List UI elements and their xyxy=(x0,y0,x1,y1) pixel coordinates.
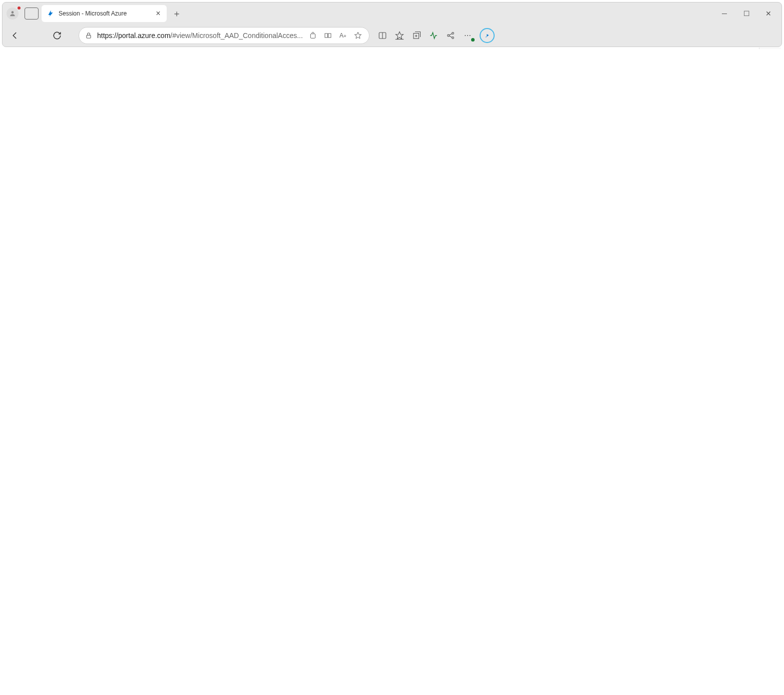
window-minimize[interactable]: ─ xyxy=(719,9,729,19)
browser-address-bar: https://portal.azure.com/#view/Microsoft… xyxy=(3,25,781,47)
favorites-icon[interactable] xyxy=(395,31,405,41)
browser-titlebar: Session - Microsoft Azure × ＋ ─ ☐ ✕ xyxy=(3,3,781,25)
svg-rect-1 xyxy=(87,35,91,38)
svg-rect-2 xyxy=(310,34,315,39)
svg-rect-4 xyxy=(328,34,331,38)
new-tab-button[interactable]: ＋ xyxy=(170,7,184,21)
lock-icon xyxy=(85,32,92,39)
svg-rect-3 xyxy=(325,34,327,38)
browser-window: Session - Microsoft Azure × ＋ ─ ☐ ✕ http… xyxy=(2,2,782,47)
browser-profile-button[interactable] xyxy=(7,8,19,20)
edge-sidebar xyxy=(759,48,781,49)
collections-icon[interactable] xyxy=(412,31,422,41)
address-input[interactable]: https://portal.azure.com/#view/Microsoft… xyxy=(79,27,369,44)
workspaces-button[interactable] xyxy=(25,8,39,20)
svg-point-13 xyxy=(452,37,454,39)
split-screen-icon[interactable] xyxy=(377,31,387,41)
share-icon[interactable] xyxy=(446,31,456,41)
url-text: https://portal.azure.com/#view/Microsoft… xyxy=(97,32,303,40)
svg-line-14 xyxy=(449,34,452,35)
more-icon[interactable]: ⋯ xyxy=(463,31,473,41)
svg-line-15 xyxy=(449,36,452,38)
back-button[interactable] xyxy=(7,27,24,44)
performance-icon[interactable] xyxy=(429,31,439,41)
read-aloud-icon[interactable]: A» xyxy=(338,31,348,41)
tab-title: Session - Microsoft Azure xyxy=(59,10,151,17)
refresh-button[interactable] xyxy=(49,27,66,44)
extensions-icon[interactable] xyxy=(323,31,333,41)
window-close[interactable]: ✕ xyxy=(763,9,773,19)
svg-point-12 xyxy=(452,33,454,35)
shopping-icon[interactable] xyxy=(308,31,318,41)
bing-chat-button[interactable] xyxy=(480,28,495,43)
svg-point-11 xyxy=(447,35,449,37)
favorite-icon[interactable] xyxy=(353,31,363,41)
azure-tab-icon xyxy=(47,10,55,18)
tab-close-button[interactable]: × xyxy=(155,10,162,17)
browser-tab[interactable]: Session - Microsoft Azure × xyxy=(42,5,167,22)
window-maximize[interactable]: ☐ xyxy=(741,9,751,19)
svg-point-0 xyxy=(12,11,14,14)
